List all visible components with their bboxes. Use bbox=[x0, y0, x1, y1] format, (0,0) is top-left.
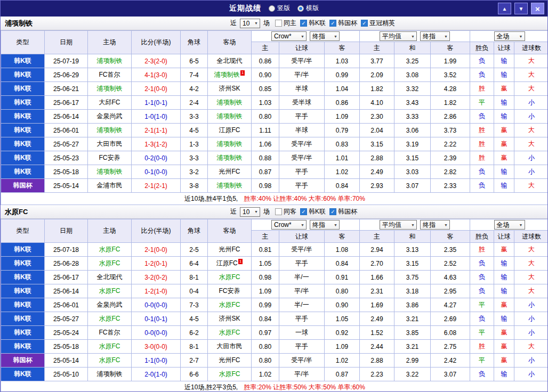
filter-checkbox[interactable]: ✓韩K联 bbox=[300, 19, 326, 28]
result-cell: 大 bbox=[514, 284, 548, 298]
handicap-odds-cell: 0.85 bbox=[252, 82, 279, 96]
score-cell: 2-1(0-0) bbox=[132, 82, 181, 96]
europe-odds-cell: 2.33 bbox=[431, 179, 470, 193]
final-odds-select[interactable]: 终指▼ bbox=[420, 31, 450, 41]
result-cell: 输 bbox=[494, 257, 514, 271]
away-team-cell: 济州SK bbox=[208, 82, 252, 96]
close-button[interactable]: × bbox=[531, 3, 544, 14]
recent-results-panel: 近期战绩 竖版横版 ▲ ▼ × 浦项制铁 近10▼场同主✓韩K联✓韩国杯✓亚冠精… bbox=[0, 0, 548, 392]
europe-odds-controls: 平均值▼终指▼ bbox=[360, 219, 470, 231]
handicap-odds-cell: 0.83 bbox=[325, 137, 360, 151]
chevron-down-icon: ▼ bbox=[519, 35, 523, 38]
chevron-down-icon: ▼ bbox=[444, 35, 448, 38]
filter-checkbox[interactable]: ✓韩国杯 bbox=[329, 207, 357, 216]
match-row: 韩K联25-07-19浦项制铁2-3(2-0)6-5全北现代0.86受平/半1.… bbox=[1, 54, 548, 68]
match-count-select[interactable]: 10▼ bbox=[240, 207, 260, 217]
score-cell: 2-1(0-0) bbox=[132, 243, 181, 257]
titlebar: 近期战绩 竖版横版 ▲ ▼ × bbox=[1, 1, 547, 17]
match-row: 韩K联25-06-28水原FC1-2(0-1)6-4江原FC11.05平手0.8… bbox=[1, 257, 548, 271]
score-cell: 0-1(0-0) bbox=[132, 165, 181, 179]
handicap-odds-cell: 半球 bbox=[279, 82, 325, 96]
europe-odds-cell: 3.21 bbox=[394, 340, 431, 354]
final-odds-select[interactable]: 终指▼ bbox=[310, 220, 340, 230]
red-card-badge: 1 bbox=[240, 70, 245, 76]
match-scope-select[interactable]: 全场▼ bbox=[494, 31, 525, 41]
bookmaker-select[interactable]: Crow*▼ bbox=[271, 31, 307, 41]
handicap-odds-cell: 0.90 bbox=[252, 68, 279, 82]
result-cell: 负 bbox=[470, 368, 494, 381]
result-cell: 赢 bbox=[494, 326, 514, 340]
corner-cell: 4-2 bbox=[181, 82, 208, 96]
score-cell: 2-0(1-0) bbox=[132, 368, 181, 381]
match-row: 韩国杯25-05-14金浦市民2-1(2-1)3-8浦项制铁0.98平手0.84… bbox=[1, 179, 548, 193]
match-scope-select[interactable]: 全场▼ bbox=[494, 220, 525, 230]
home-team-cell: 大邱FC bbox=[88, 96, 132, 110]
league-cell: 韩K联 bbox=[1, 110, 45, 124]
filter-label: 韩国杯 bbox=[338, 207, 357, 216]
home-team-cell: 金泉尚武 bbox=[88, 298, 132, 312]
date-cell: 25-06-01 bbox=[45, 124, 88, 137]
column-header-ah-result: 让球 bbox=[494, 42, 514, 54]
scroll-up-button[interactable]: ▲ bbox=[498, 3, 511, 14]
result-cell: 大 bbox=[514, 82, 548, 96]
section-suwon: 水原FC 近10▼场同客✓韩K联✓韩国杯 类型 日期 主场 比分(半场) 角球 … bbox=[1, 205, 547, 392]
select-value: 平均值 bbox=[382, 32, 401, 41]
date-cell: 25-06-01 bbox=[45, 298, 88, 312]
score-cell: 1-2(0-1) bbox=[132, 257, 181, 271]
bookmaker-select[interactable]: Crow*▼ bbox=[271, 220, 307, 230]
filter-checkbox[interactable]: 同客 bbox=[275, 207, 296, 216]
home-team-cell: 水原FC bbox=[88, 312, 132, 326]
column-header-home: 主场 bbox=[88, 219, 132, 243]
league-cell: 韩K联 bbox=[1, 312, 45, 326]
checkbox-unchecked-icon bbox=[275, 20, 282, 27]
column-header-eu-draw: 和 bbox=[394, 42, 431, 54]
handicap-odds-cell: 受半球 bbox=[279, 96, 325, 110]
final-odds-select[interactable]: 终指▼ bbox=[420, 220, 450, 230]
date-cell: 25-05-27 bbox=[45, 137, 88, 151]
select-value: 全场 bbox=[497, 32, 510, 41]
result-controls: 全场▼ bbox=[470, 31, 548, 42]
team-name: 浦项制铁 bbox=[217, 112, 243, 120]
column-header-ah-line: 让球 bbox=[279, 42, 325, 54]
filter-checkbox[interactable]: 同主 bbox=[275, 19, 296, 28]
date-cell: 25-06-17 bbox=[45, 271, 88, 284]
team-name: 金泉尚武 bbox=[97, 301, 123, 308]
filter-checkbox[interactable]: ✓亚冠精英 bbox=[361, 19, 395, 28]
away-team-cell: 水原FC bbox=[208, 368, 252, 381]
filter-label: 亚冠精英 bbox=[369, 19, 395, 28]
final-odds-select[interactable]: 终指▼ bbox=[310, 31, 340, 41]
average-odds-select[interactable]: 平均值▼ bbox=[380, 31, 417, 41]
average-odds-select[interactable]: 平均值▼ bbox=[380, 220, 417, 230]
radio-vertical-layout[interactable]: 竖版 bbox=[269, 4, 290, 13]
europe-odds-cell: 3.75 bbox=[394, 271, 431, 284]
away-team-cell: 水原FC bbox=[208, 326, 252, 340]
team-name: 水原FC bbox=[219, 370, 240, 378]
result-cell: 负 bbox=[470, 54, 494, 68]
home-team-cell: FC首尔 bbox=[88, 326, 132, 340]
team-name: 浦项制铁 bbox=[217, 99, 243, 106]
match-count-select[interactable]: 10▼ bbox=[240, 19, 260, 28]
checkbox-checked-icon: ✓ bbox=[329, 208, 336, 215]
europe-odds-cell: 3.13 bbox=[394, 243, 431, 257]
column-header-wdl: 胜负 bbox=[470, 42, 494, 54]
away-team-cell: 光州FC bbox=[208, 243, 252, 257]
team-name: 浦项制铁 bbox=[217, 140, 243, 148]
score-cell: 3-2(0-2) bbox=[132, 271, 181, 284]
filter-checkbox[interactable]: ✓韩K联 bbox=[300, 207, 326, 216]
home-team-cell: 浦项制铁 bbox=[88, 124, 132, 137]
europe-odds-cell: 3.85 bbox=[394, 326, 431, 340]
match-row: 韩国杯25-05-14水原FC1-1(0-0)2-7光州FC0.80受平/半1.… bbox=[1, 354, 548, 368]
column-header-type: 类型 bbox=[1, 219, 45, 243]
league-cell: 韩K联 bbox=[1, 151, 45, 165]
match-row: 韩K联25-06-01浦项制铁2-1(1-1)4-5江原FC1.11半球0.79… bbox=[1, 124, 548, 137]
league-cell: 韩K联 bbox=[1, 165, 45, 179]
league-cell: 韩K联 bbox=[1, 326, 45, 340]
date-cell: 25-07-18 bbox=[45, 243, 88, 257]
europe-odds-cell: 2.93 bbox=[360, 179, 394, 193]
handicap-odds-cell: 0.97 bbox=[252, 326, 279, 340]
radio-horizontal-layout[interactable]: 横版 bbox=[297, 4, 319, 13]
home-team-cell: 浦项制铁 bbox=[88, 165, 132, 179]
match-row: 韩K联25-05-23FC安养0-2(0-0)3-3浦项制铁0.88受平/半1.… bbox=[1, 151, 548, 165]
filter-checkbox[interactable]: ✓韩国杯 bbox=[329, 19, 357, 28]
scroll-down-button[interactable]: ▼ bbox=[514, 3, 528, 14]
